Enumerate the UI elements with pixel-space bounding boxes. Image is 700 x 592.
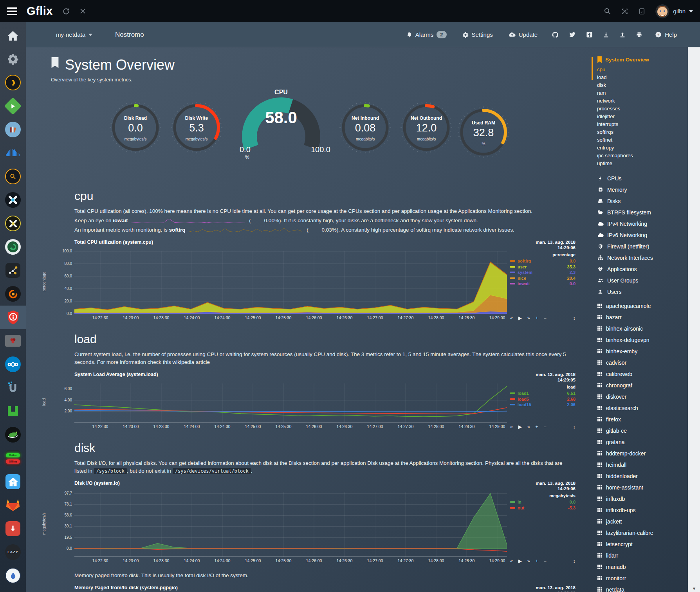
dock-monitorr-icon[interactable]: OnlineOffline — [0, 446, 26, 470]
legend-load5[interactable]: load52.68 — [510, 396, 576, 402]
sidebar-app-firefox[interactable]: firefox — [597, 414, 688, 425]
legend-nice[interactable]: nice20.4 — [510, 275, 576, 281]
search-icon[interactable] — [604, 7, 611, 15]
dock-blue-x-icon[interactable] — [0, 188, 26, 212]
dock-lazylibrarian-icon[interactable]: LAZY — [0, 540, 26, 564]
sidebar-app-grafana[interactable]: grafana — [597, 436, 688, 448]
sidebar-app-jackett[interactable]: jackett — [597, 516, 688, 527]
dock-home-assistant-icon[interactable] — [0, 470, 26, 493]
resize-handle[interactable]: ↕ — [573, 315, 576, 321]
dock-settings-gear-icon[interactable] — [0, 47, 26, 71]
dock-node-graph-icon[interactable] — [0, 259, 26, 282]
sidebar-app-binhex-airsonic[interactable]: binhex-airsonic — [597, 323, 688, 334]
sidebar-app-hiddenloader[interactable]: hiddenloader — [597, 470, 688, 482]
legend-user[interactable]: user35.3 — [510, 264, 576, 270]
print-button[interactable] — [631, 32, 648, 38]
disk-read-gauge[interactable]: Disk Read 0.0 megabytes/s — [106, 98, 165, 157]
help-button[interactable]: ? Help — [650, 31, 682, 38]
pan-backward-button[interactable]: « — [510, 558, 513, 564]
pan-backward-button[interactable]: « — [510, 424, 513, 430]
hamburger-menu-icon[interactable] — [7, 7, 17, 15]
export-snapshot-button[interactable] — [598, 32, 614, 38]
pan-forward-button[interactable]: » — [527, 315, 530, 321]
sidebar-section-applications[interactable]: Applications — [597, 263, 688, 275]
sidebar-item-disk[interactable]: disk — [597, 81, 688, 89]
zoom-in-button[interactable]: + — [536, 315, 538, 321]
legend-softirq[interactable]: softirq0.0 — [510, 258, 576, 264]
sidebar-item-interrupts[interactable]: interrupts — [597, 121, 688, 128]
pan-backward-button[interactable]: « — [510, 315, 513, 321]
dock-emby-icon[interactable] — [0, 94, 26, 118]
sidebar-item-ipc-semaphores[interactable]: ipc semaphores — [597, 152, 688, 160]
used-ram-gauge[interactable]: Used RAM 32.8 % — [454, 103, 513, 162]
sidebar-item-idlejitter[interactable]: idlejitter — [597, 113, 688, 121]
dock-water-drop-icon[interactable] — [0, 564, 26, 587]
sidebar-section-btrfs-filesystem[interactable]: BTRFS filesystem — [597, 207, 688, 218]
dock-sabnzbd-icon[interactable]: sab — [0, 587, 26, 592]
zoom-in-button[interactable]: + — [536, 424, 538, 430]
sidebar-item-ram[interactable]: ram — [597, 89, 688, 97]
disk-write-gauge[interactable]: Disk Write 5.3 megabytes/s — [167, 98, 226, 157]
sidebar-app-heimdall[interactable]: heimdall — [597, 459, 688, 470]
twitter-link[interactable] — [564, 32, 581, 38]
resize-handle[interactable]: ↕ — [573, 558, 576, 564]
dock-orange-search-icon[interactable] — [0, 165, 26, 188]
sidebar-app-binhex-delugevpn[interactable]: binhex-delugevpn — [597, 334, 688, 345]
pan-forward-button[interactable]: » — [527, 558, 530, 564]
sidebar-app-influxdb[interactable]: influxdb — [597, 493, 688, 504]
sidebar-app-diskover[interactable]: diskover — [597, 391, 688, 402]
sidebar-app-netdata[interactable]: netdata — [597, 584, 688, 592]
changelog-icon[interactable] — [639, 8, 645, 15]
facebook-link[interactable] — [581, 31, 598, 38]
sidebar-section-memory[interactable]: Memory — [597, 184, 688, 195]
sidebar-app-mariadb[interactable]: mariadb — [597, 561, 688, 572]
page-scrollbar[interactable]: ▼ — [688, 47, 700, 592]
sidebar-app-calibreweb[interactable]: calibreweb — [597, 368, 688, 380]
sidebar-app-gitlab-ce[interactable]: gitlab-ce — [597, 425, 688, 436]
sidebar-app-binhex-emby[interactable]: binhex-emby — [597, 345, 688, 357]
sidebar-item-uptime[interactable]: uptime — [597, 160, 688, 167]
sidebar-app-bazarr[interactable]: bazarr — [597, 311, 688, 323]
dock-gitlab-icon[interactable] — [0, 493, 26, 517]
zoom-out-button[interactable]: − — [544, 315, 547, 321]
settings-button[interactable]: Settings — [457, 31, 498, 38]
zoom-in-button[interactable]: + — [536, 558, 538, 564]
update-button[interactable]: Update — [503, 31, 543, 38]
dock-unraid-icon[interactable] — [0, 399, 26, 423]
sidebar-app-chronograf[interactable]: chronograf — [597, 380, 688, 391]
dock-red-download-icon[interactable] — [0, 517, 26, 540]
play-button[interactable]: ▶ — [518, 315, 522, 321]
close-tab-icon[interactable] — [79, 8, 86, 14]
dock-unifi-icon[interactable] — [0, 376, 26, 399]
chart-plot[interactable]: megabytes/s 97.778.158.639.119.50.0 mega… — [74, 492, 507, 557]
sidebar-item-softnet[interactable]: softnet — [597, 136, 688, 144]
sidebar-item-processes[interactable]: processes — [597, 105, 688, 113]
net-outbound-gauge[interactable]: Net Outbound 12.0 megabits/s — [397, 98, 456, 157]
sidebar-app-apacheguacamole[interactable]: apacheguacamole — [597, 300, 688, 311]
sidebar-app-lidarr[interactable]: lidarr — [597, 550, 688, 561]
sidebar-item-network[interactable]: network — [597, 97, 688, 105]
chart-plot[interactable]: load 6.004.002.00 load load16.51load52.6… — [74, 383, 507, 423]
scroll-down-arrow-icon[interactable]: ▼ — [692, 586, 696, 591]
dock-home-icon[interactable] — [0, 24, 26, 47]
sidebar-app-elasticsearch[interactable]: elasticsearch — [597, 402, 688, 414]
sidebar-app-influxdb-ups[interactable]: influxdb-ups — [597, 504, 688, 516]
sidebar-app-lazylibrarian-calibre[interactable]: lazylibrarian-calibre — [597, 527, 688, 538]
sidebar-section-ipv6-networking[interactable]: IPv6 Networking — [597, 229, 688, 241]
fullscreen-icon[interactable] — [621, 8, 628, 15]
alarms-button[interactable]: Alarms 2 — [401, 31, 452, 38]
play-button[interactable]: ▶ — [518, 558, 522, 564]
sidebar-app-monitorr[interactable]: monitorr — [597, 572, 688, 584]
resize-handle[interactable]: ↕ — [573, 424, 576, 430]
cpu-gauge[interactable]: CPU 58.0 0.0 100.0 % — [234, 90, 328, 162]
sidebar-header-system-overview[interactable]: System Overview — [597, 56, 688, 63]
sidebar-app-letsencrypt[interactable]: letsencrypt — [597, 538, 688, 550]
pan-forward-button[interactable]: » — [527, 424, 530, 430]
legend-iowait[interactable]: iowait0.0 — [510, 281, 576, 287]
zoom-out-button[interactable]: − — [544, 558, 547, 564]
dock-green-swirl-icon[interactable] — [0, 235, 26, 259]
play-button[interactable]: ▶ — [518, 424, 522, 430]
app-logo[interactable]: Gflix — [27, 5, 53, 18]
sidebar-item-entropy[interactable]: entropy — [597, 144, 688, 152]
chart-plot[interactable]: percentage 100.080.060.040.020.00.0 perc… — [74, 251, 507, 314]
